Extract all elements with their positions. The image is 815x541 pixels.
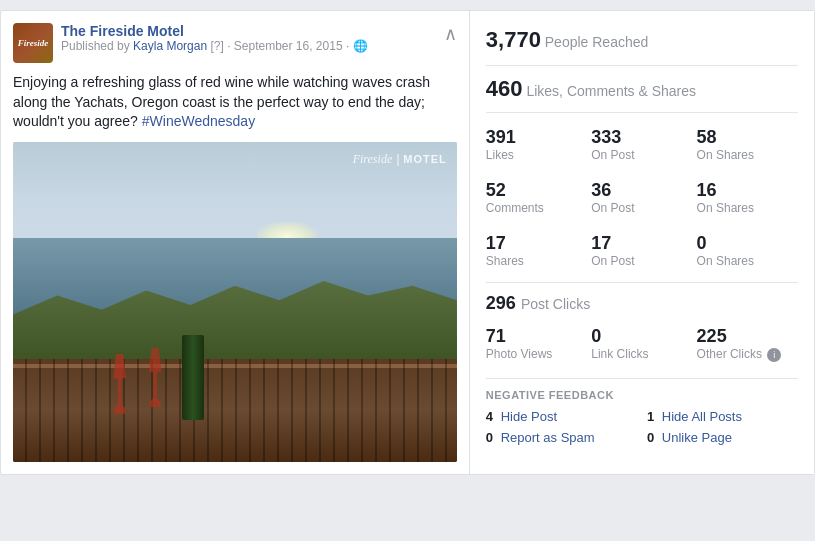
deck [13, 359, 457, 461]
other-clicks-value: 225 [697, 326, 798, 347]
likes-on-post-label: On Post [591, 148, 692, 162]
shares-row: 17 Shares 17 On Post 0 On Shares [486, 229, 798, 272]
watermark-text: MOTEL [403, 153, 447, 165]
likes-value: 391 [486, 127, 587, 148]
people-reached-section: 3,770 People Reached [486, 27, 798, 53]
likes-on-shares-value: 58 [697, 127, 798, 148]
unlike-page-link[interactable]: Unlike Page [662, 430, 732, 445]
watermark-separator: | [396, 152, 399, 166]
shares-on-shares-cell: 0 On Shares [697, 229, 798, 272]
comments-on-post-label: On Post [591, 201, 692, 215]
comments-on-shares-cell: 16 On Shares [697, 176, 798, 219]
photo-views-cell: 71 Photo Views [486, 322, 587, 366]
comments-label: Comments [486, 201, 587, 215]
unlike-page-count: 0 [647, 430, 654, 445]
hide-all-posts-count: 1 [647, 409, 654, 424]
shares-on-post-cell: 17 On Post [591, 229, 692, 272]
likes-on-shares-cell: 58 On Shares [697, 123, 798, 166]
other-clicks-cell: 225 Other Clicks i [697, 322, 798, 366]
report-spam-item: 0 Report as Spam [486, 430, 637, 445]
photo-views-label: Photo Views [486, 347, 587, 361]
shares-on-shares-label: On Shares [697, 254, 798, 268]
post-text: Enjoying a refreshing glass of red wine … [13, 73, 457, 132]
comments-on-shares-value: 16 [697, 180, 798, 201]
comments-on-shares-label: On Shares [697, 201, 798, 215]
hashtag-link[interactable]: #WineWednesday [142, 113, 255, 129]
globe-icon: 🌐 [353, 39, 368, 53]
likes-label: Likes [486, 148, 587, 162]
lcs-value: 460 [486, 76, 523, 101]
report-spam-link[interactable]: Report as Spam [501, 430, 595, 445]
comments-on-post-cell: 36 On Post [591, 176, 692, 219]
hide-post-count: 4 [486, 409, 493, 424]
comments-cell: 52 Comments [486, 176, 587, 219]
hide-all-posts-link[interactable]: Hide All Posts [662, 409, 742, 424]
negative-feedback-grid: 4 Hide Post 1 Hide All Posts 0 Report as… [486, 409, 798, 445]
wine-bottle [182, 335, 204, 420]
other-clicks-label: Other Clicks i [697, 347, 798, 362]
people-reached-label: People Reached [545, 34, 649, 50]
post-subtitle: Published by Kayla Morgan [?] · Septembe… [61, 39, 444, 53]
hide-all-posts-item: 1 Hide All Posts [647, 409, 798, 424]
comments-on-post-value: 36 [591, 180, 692, 201]
divider-1 [486, 65, 798, 66]
shares-label: Shares [486, 254, 587, 268]
likes-comments-shares-header: 460 Likes, Comments & Shares [486, 76, 798, 102]
comments-value: 52 [486, 180, 587, 201]
clicks-row: 71 Photo Views 0 Link Clicks 225 Other C… [486, 322, 798, 366]
likes-on-shares-label: On Shares [697, 148, 798, 162]
lcs-label: Likes, Comments & Shares [526, 83, 696, 99]
deck-posts [13, 359, 457, 461]
divider-2 [486, 112, 798, 113]
shares-on-shares-value: 0 [697, 233, 798, 254]
shares-on-post-label: On Post [591, 254, 692, 268]
comments-row: 52 Comments 36 On Post 16 On Shares [486, 176, 798, 219]
info-icon[interactable]: i [767, 348, 781, 362]
post-header: Fireside The Fireside Motel Published by… [13, 23, 457, 63]
link-clicks-label: Link Clicks [591, 347, 692, 361]
shares-value: 17 [486, 233, 587, 254]
post-image: Fireside | MOTEL [13, 142, 457, 462]
page-name-link[interactable]: The Fireside Motel [61, 23, 184, 39]
likes-on-post-value: 333 [591, 127, 692, 148]
stats-panel: 3,770 People Reached 460 Likes, Comments… [470, 11, 814, 474]
post-meta: The Fireside Motel Published by Kayla Mo… [61, 23, 444, 53]
link-clicks-cell: 0 Link Clicks [591, 322, 692, 366]
divider-3 [486, 282, 798, 283]
shares-on-post-value: 17 [591, 233, 692, 254]
likes-on-post-cell: 333 On Post [591, 123, 692, 166]
image-scene: Fireside | MOTEL [13, 142, 457, 462]
post-clicks-header: 296 Post Clicks [486, 293, 798, 314]
main-container: Fireside The Fireside Motel Published by… [0, 10, 815, 475]
photo-views-value: 71 [486, 326, 587, 347]
link-clicks-value: 0 [591, 326, 692, 347]
shares-cell: 17 Shares [486, 229, 587, 272]
divider-4 [486, 378, 798, 379]
expand-icon[interactable]: ∧ [444, 23, 457, 45]
negative-feedback-header: NEGATIVE FEEDBACK [486, 389, 798, 401]
hide-post-link[interactable]: Hide Post [501, 409, 557, 424]
likes-cell: 391 Likes [486, 123, 587, 166]
avatar: Fireside [13, 23, 53, 63]
people-reached-value: 3,770 [486, 27, 541, 52]
likes-row: 391 Likes 333 On Post 58 On Shares [486, 123, 798, 166]
watermark: Fireside | MOTEL [353, 152, 447, 167]
post-clicks-value: 296 [486, 293, 516, 313]
watermark-logo: Fireside [353, 152, 393, 167]
post-panel: Fireside The Fireside Motel Published by… [1, 11, 470, 474]
post-clicks-label: Post Clicks [521, 296, 590, 312]
author-link[interactable]: Kayla Morgan [133, 39, 207, 53]
hide-post-item: 4 Hide Post [486, 409, 637, 424]
report-spam-count: 0 [486, 430, 493, 445]
unlike-page-item: 0 Unlike Page [647, 430, 798, 445]
